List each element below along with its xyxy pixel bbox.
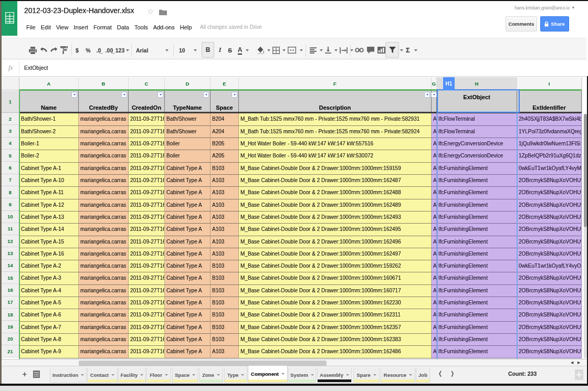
grid-corner[interactable] [2,77,19,90]
decrease-decimals-button[interactable]: .0̲ [94,41,103,59]
cell-E14[interactable]: B103 [211,260,239,272]
folder-icon[interactable] [159,8,167,17]
cell-C19[interactable]: 2011-09-27T16 [129,322,165,334]
cell-I7[interactable]: 2OBrcmykS8NupXoVOHUv [517,175,582,187]
cell-G7[interactable]: A [432,175,437,187]
cell-A5[interactable]: Boiler-2 [19,150,79,162]
cell-A3[interactable]: Bath/Shower-2 [19,126,79,138]
sheet-tab-caret-icon[interactable] [111,374,114,376]
cell-E17[interactable]: B103 [211,297,239,309]
cell-E13[interactable]: A103 [211,248,239,260]
cell-B14[interactable]: mariangelica.carras [79,260,129,272]
cell-E18[interactable]: B103 [211,309,239,321]
sheet-tab-caret-icon[interactable] [311,374,314,376]
cell-C16[interactable]: 2011-09-27T16 [129,285,165,297]
font-size-select[interactable]: 10 [176,41,200,59]
sheet-tab-caret-icon[interactable] [346,374,349,376]
cell-I21[interactable]: 2OBrcmykS8NupXoVOHUv [517,346,582,358]
cell-E3[interactable]: A204 [211,126,239,138]
cell-F13[interactable]: M_Base Cabinet-Double Door & 2 Drawer:10… [239,248,432,260]
menu-view[interactable]: View [56,23,69,31]
sheet-tab-floor[interactable]: Floor [146,368,171,383]
menu-data[interactable]: Data [117,23,129,31]
cell-G21[interactable]: A [432,346,437,358]
cell-I3[interactable]: 1YLPoi73z0fvdanmaXQreg [517,126,582,138]
cell-A13[interactable]: Cabinet Type A-16 [19,248,79,260]
row-header-16[interactable]: 16 [2,284,19,296]
cell-G6[interactable]: A [432,163,437,175]
cell-E2[interactable]: B204 [211,113,239,125]
column-header-A[interactable]: A [19,77,79,90]
cell-G19[interactable]: A [432,322,437,334]
cell-G10[interactable]: A [432,212,437,224]
cell-E9[interactable]: A103 [211,199,239,212]
share-button[interactable]: Share [540,16,569,31]
cell-H13[interactable]: IfcFurnishingElement [437,248,517,260]
cell-H2[interactable]: IfcFlowTerminal [437,113,517,125]
cell-D9[interactable]: Cabinet Type A [165,199,211,212]
cell-I20[interactable]: 2OBrcmykS8NupXoVOHUv [517,334,582,346]
filter-dropdown-icon[interactable] [431,92,437,98]
cell-B16[interactable]: mariangelica.carras [79,285,129,297]
menu-addons[interactable]: Add-ons [153,23,175,31]
header-cell-Name[interactable]: Name [19,91,79,113]
cell-C18[interactable]: 2011-09-27T16 [129,309,165,321]
cell-H6[interactable]: IfcFurnishingElement [437,163,517,175]
add-sheet-button[interactable]: + [19,368,30,381]
row-header-18[interactable]: 18 [2,309,19,321]
filter-dropdown-icon[interactable] [203,92,209,98]
font-family-select[interactable]: Arial [134,41,171,59]
sheet-tab-facility[interactable]: Facility [118,368,146,383]
cell-B8[interactable]: mariangelica.carras [79,187,129,199]
cell-I9[interactable]: 2OBrcmykS8NupXoVOHUv [517,199,582,212]
cell-E10[interactable]: A103 [211,212,239,224]
menu-edit[interactable]: Edit [41,23,51,31]
menu-tools[interactable]: Tools [134,23,148,31]
cell-E5[interactable]: A205 [211,150,239,162]
cell-F9[interactable]: M_Base Cabinet-Double Door & 2 Drawer:10… [239,199,432,212]
text-color-button[interactable]: A [235,41,245,59]
row-header-17[interactable]: 17 [2,297,19,309]
cell-F17[interactable]: M_Base Cabinet-Double Door & 2 Drawer:10… [239,297,432,309]
cell-G2[interactable]: A [432,113,437,125]
filter-dropdown-icon[interactable] [71,92,77,98]
cell-G18[interactable]: A [432,309,437,321]
cell-C13[interactable]: 2011-09-27T16 [129,248,165,260]
cell-E12[interactable]: A103 [211,236,239,248]
cell-D16[interactable]: Cabinet Type A [165,285,211,297]
row-header-4[interactable]: 4 [2,138,19,150]
cell-B2[interactable]: mariangelica.carras [79,113,129,125]
cell-I6[interactable]: 0wkEuT1wr1kOyafLY4vyM [517,163,582,175]
cell-C2[interactable]: 2011-09-27T16 [129,113,165,125]
cell-A10[interactable]: Cabinet Type A-13 [19,212,79,224]
cell-B13[interactable]: mariangelica.carras [79,248,129,260]
cell-F18[interactable]: M_Base Cabinet-Double Door & 2 Drawer:10… [239,309,432,321]
cell-D18[interactable]: Cabinet Type A [165,309,211,321]
cell-C14[interactable]: 2011-09-27T16 [129,260,165,272]
row-header-7[interactable]: 7 [2,174,19,186]
cell-G12[interactable]: A [432,236,437,248]
cell-H20[interactable]: IfcFurnishingElement [437,334,517,346]
horizontal-align-button[interactable] [308,41,318,59]
increase-decimals-button[interactable]: .00̲ [104,41,114,59]
column-header-G[interactable]: G [432,77,437,90]
cell-D13[interactable]: Cabinet Type A [165,248,211,260]
filter-button[interactable] [385,42,399,58]
merge-cells-caret-icon[interactable] [300,49,303,51]
cell-A9[interactable]: Cabinet Type A-12 [19,199,79,212]
cell-D8[interactable]: Cabinet Type A [165,187,211,199]
row-header-11[interactable]: 11 [2,223,19,235]
cell-E6[interactable]: B103 [211,163,239,175]
sheet-tab-space[interactable]: Space [172,368,198,383]
merge-cells-button[interactable] [286,41,298,59]
row-header-15[interactable]: 15 [2,272,19,284]
cell-I14[interactable]: 0wkEuT1wr1kOyafLY4vyOr [517,260,582,272]
cell-I4[interactable]: 1jQu9wkdr0lwNuem13FlSi [517,138,582,150]
account-menu-caret-icon[interactable]: ▾ [572,5,574,10]
cell-B21[interactable]: mariangelica.carras [79,346,129,358]
cell-B19[interactable]: mariangelica.carras [79,322,129,334]
cell-A17[interactable]: Cabinet Type A-5 [19,297,79,309]
cell-I10[interactable]: 2OBrcmykS8NupXoVOHUv [517,212,582,224]
row-header-6[interactable]: 6 [2,162,19,174]
cell-H12[interactable]: IfcFurnishingElement [437,236,517,248]
